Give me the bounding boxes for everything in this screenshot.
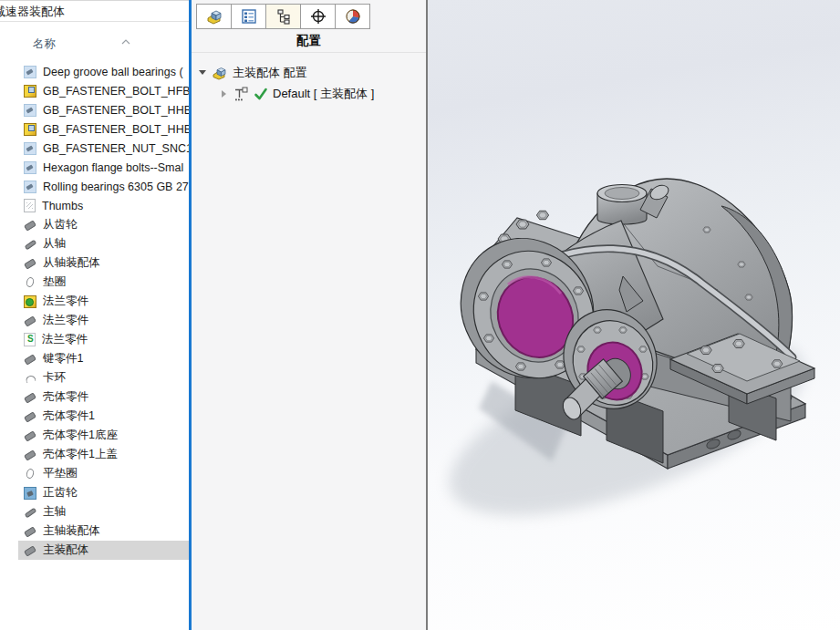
property-list-icon — [240, 7, 258, 26]
file-label: 从齿轮 — [43, 217, 78, 232]
file-label: 正齿轮 — [43, 485, 78, 501]
file-label: Thumbs — [42, 200, 83, 212]
file-label: 壳体零件1上盖 — [43, 447, 118, 462]
list-item[interactable]: Thumbs — [0, 196, 189, 215]
list-item[interactable]: 法兰零件 — [0, 292, 189, 311]
list-item[interactable]: GB_FASTENER_NUT_SNC1 M — [0, 139, 189, 158]
featuremanager-tab[interactable] — [196, 4, 232, 29]
assembly-yellow-e-icon — [24, 295, 36, 308]
shaft-gray-icon — [24, 506, 36, 519]
part-gray-icon — [24, 353, 36, 366]
viewport[interactable]: A — [428, 0, 840, 630]
file-label: 卡环 — [43, 370, 66, 386]
part-gray-icon — [24, 257, 36, 270]
file-label: 法兰零件 — [43, 294, 88, 309]
file-label: Deep groove ball bearings ( — [43, 66, 183, 78]
part-gray-icon — [24, 525, 36, 538]
assembly-yellow-icon — [24, 85, 36, 98]
tree-item-label: Default [ 主装配体 ] — [273, 86, 374, 102]
list-item[interactable]: 卡环 — [0, 368, 189, 387]
list-item[interactable]: 壳体零件 — [0, 387, 189, 407]
file-label: 平垫圈 — [43, 466, 78, 481]
list-item[interactable]: 法兰零件 — [0, 311, 189, 330]
configuration-panel: 配置 主装配体 配置 — [192, 0, 426, 630]
divider — [0, 21, 189, 22]
file-label: 主轴装配体 — [43, 523, 100, 539]
folder-title: 减速器装配体 — [0, 4, 65, 20]
column-header-name[interactable]: 名称 — [33, 36, 56, 52]
file-label: 主装配体 — [43, 542, 88, 558]
file-label: 主轴 — [43, 504, 66, 520]
list-item[interactable]: Hexagon flange bolts--Smal — [0, 158, 189, 177]
sort-ascending-icon[interactable] — [121, 32, 130, 48]
tree-item-assembly-configurations[interactable]: 主装配体 配置 — [192, 62, 426, 83]
configurations-icon — [275, 7, 293, 26]
doc-icon — [24, 199, 36, 212]
expand-arrow-icon[interactable] — [222, 90, 226, 98]
crosshair-icon — [309, 7, 327, 26]
file-label: GB_FASTENER_NUT_SNC1 M — [43, 142, 189, 155]
panel-title: 配置 — [192, 29, 426, 53]
list-item[interactable]: 正齿轮 — [0, 483, 189, 502]
file-label: 从轴装配体 — [43, 255, 100, 271]
file-label: 键零件1 — [43, 351, 83, 367]
displaymanager-tab[interactable] — [336, 4, 370, 29]
configuration-tree: 主装配体 配置 Default [ 主装配体 ] — [192, 62, 426, 104]
list-item[interactable]: 壳体零件1上盖 — [0, 445, 189, 464]
file-label: 壳体零件 — [43, 389, 88, 405]
list-item[interactable]: GB_FASTENER_BOLT_HHBFT( — [0, 100, 189, 119]
list-item[interactable]: GB_FASTENER_BOLT_HFBSS — [0, 81, 189, 100]
tree-item-label: 主装配体 配置 — [233, 65, 307, 81]
list-item[interactable]: 从轴装配体 — [0, 253, 189, 273]
list-item[interactable]: 键零件1 — [0, 349, 189, 368]
file-label: GB_FASTENER_BOLT_HFBSS — [43, 85, 189, 98]
configuration-manager-tab[interactable] — [266, 4, 301, 29]
assembly-yellow-icon — [24, 123, 36, 136]
shaft-gray-icon — [24, 238, 36, 251]
list-item[interactable]: Rolling bearings 6305 GB 27 — [0, 177, 189, 196]
list-item[interactable]: 平垫圈 — [0, 464, 189, 483]
collapse-arrow-icon[interactable] — [199, 70, 206, 75]
part-gray-icon — [24, 449, 36, 461]
arc-gray-icon — [24, 372, 36, 385]
list-item[interactable]: 法兰零件 — [0, 330, 189, 349]
part-blue-icon — [24, 104, 36, 117]
list-item[interactable]: 主轴装配体 — [0, 522, 189, 541]
configuration-icon — [233, 86, 249, 102]
file-label: 法兰零件 — [42, 332, 88, 347]
color-wheel-icon — [344, 7, 362, 26]
part-blue-icon — [24, 161, 36, 174]
tree-item-default-configuration[interactable]: Default [ 主装配体 ] — [192, 83, 426, 104]
part-gray-icon — [24, 544, 36, 557]
list-item[interactable]: 主装配体 — [0, 541, 189, 560]
dimxpertmanager-tab[interactable] — [301, 4, 336, 29]
list-item[interactable]: 垫圈 — [0, 273, 189, 292]
ring-gray-icon — [24, 276, 36, 289]
checkmark-icon — [254, 87, 268, 101]
list-item[interactable]: 从齿轮 — [0, 215, 189, 234]
list-item[interactable]: Deep groove ball bearings ( — [0, 62, 189, 81]
file-label: 壳体零件1底座 — [43, 428, 118, 443]
file-label: 从轴 — [43, 236, 66, 252]
file-list: Deep groove ball bearings (GB_FASTENER_B… — [0, 62, 189, 560]
list-item[interactable]: 从轴 — [0, 234, 189, 253]
file-label: Hexagon flange bolts--Smal — [43, 161, 183, 174]
file-label: Rolling bearings 6305 GB 27 — [43, 181, 189, 193]
part-bluebox-icon — [24, 487, 36, 500]
file-label: 垫圈 — [43, 274, 66, 290]
file-label: GB_FASTENER_BOLT_HHBFT( — [43, 104, 189, 117]
list-item[interactable]: 壳体零件1 — [0, 407, 189, 426]
part-gray-icon — [24, 410, 36, 423]
file-label: GB_FASTENER_BOLT_HHBFT( — [43, 123, 189, 136]
list-item[interactable]: GB_FASTENER_BOLT_HHBFT( — [0, 119, 189, 139]
part-gray-icon — [24, 219, 36, 232]
propertymanager-tab[interactable] — [232, 4, 266, 29]
part-gray-icon — [24, 315, 36, 327]
wps-green-icon — [24, 333, 36, 346]
file-label: 法兰零件 — [43, 313, 88, 328]
list-item[interactable]: 主轴 — [0, 502, 189, 522]
file-label: 壳体零件1 — [43, 408, 95, 424]
part-gray-icon — [24, 391, 36, 404]
assembly-icon — [205, 7, 223, 26]
list-item[interactable]: 壳体零件1底座 — [0, 426, 189, 445]
